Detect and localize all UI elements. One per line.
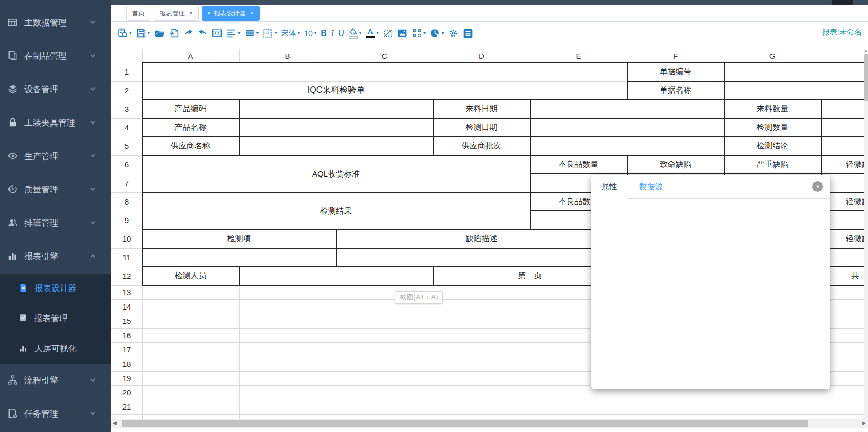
- row-header[interactable]: 6: [111, 155, 142, 174]
- cell-supplier-name[interactable]: 供应商名称: [142, 137, 239, 155]
- sidebar-item-scheduling[interactable]: 排班管理: [0, 207, 111, 240]
- cell-page-total[interactable]: 共 页: [851, 267, 864, 285]
- column-header-B[interactable]: B: [239, 49, 336, 63]
- row-header[interactable]: 13: [111, 285, 142, 299]
- align-button[interactable]: ▾: [224, 25, 243, 42]
- horizontal-scrollbar-thumb[interactable]: [122, 420, 808, 427]
- row-header[interactable]: 21: [111, 400, 142, 414]
- save-button[interactable]: ▾: [134, 25, 153, 42]
- row-header[interactable]: 17: [111, 342, 142, 357]
- fill-color-button[interactable]: ▾: [347, 25, 364, 42]
- tab-properties[interactable]: 属性: [591, 175, 627, 199]
- cell-minor-defect-3[interactable]: 轻微缺陷: [846, 230, 864, 248]
- column-header-G[interactable]: G: [724, 49, 821, 63]
- insert-chart-button[interactable]: ▾: [428, 25, 446, 42]
- cell-supplier-batch[interactable]: 供应商批次: [433, 137, 530, 155]
- bold-button[interactable]: B: [318, 25, 329, 42]
- cell-aql-standard[interactable]: AQL收货标准: [142, 155, 530, 192]
- sidebar-item-wip[interactable]: 在制品管理: [0, 40, 111, 73]
- row-header[interactable]: 16: [111, 328, 142, 342]
- column-header-C[interactable]: C: [336, 49, 433, 63]
- row-header[interactable]: 18: [111, 357, 142, 371]
- toggle-panel-button[interactable]: [460, 25, 475, 42]
- row-header[interactable]: 4: [111, 118, 142, 137]
- sidebar-item-report-engine[interactable]: 报表引擎: [0, 240, 111, 274]
- row-header[interactable]: 5: [111, 137, 142, 155]
- underline-button[interactable]: U: [336, 25, 347, 42]
- preview-button[interactable]: ▾: [116, 25, 134, 42]
- row-header[interactable]: 15: [111, 314, 142, 328]
- cell-product-code[interactable]: 产品编码: [142, 100, 239, 118]
- cell-doc-no[interactable]: 单据编号: [627, 63, 724, 81]
- scroll-up-arrow[interactable]: ▲: [864, 49, 868, 54]
- row-header[interactable]: 9: [111, 211, 142, 230]
- font-color-button[interactable]: A▾: [364, 25, 381, 42]
- cell-test-qty[interactable]: 检测数量: [724, 118, 821, 137]
- insert-qrcode-button[interactable]: ▾: [410, 25, 428, 42]
- column-header-D[interactable]: D: [433, 49, 530, 63]
- scroll-right-arrow[interactable]: ▶: [862, 420, 866, 426]
- sidebar-item-bigscreen[interactable]: 大屏可视化: [0, 334, 111, 364]
- cell-test-item[interactable]: 检测项: [142, 230, 336, 248]
- close-icon[interactable]: ×: [250, 10, 254, 17]
- row-header[interactable]: 1: [111, 63, 142, 81]
- cell-product-name[interactable]: 产品名称: [142, 118, 239, 137]
- cell-defect-qty[interactable]: 不良品数量: [530, 155, 627, 174]
- row-header[interactable]: 2: [111, 81, 142, 100]
- cell-arrival-qty[interactable]: 来料数量: [724, 100, 821, 118]
- cell-test-conclusion[interactable]: 检测结论: [724, 137, 821, 155]
- tab-home[interactable]: 首页: [126, 6, 150, 21]
- sidebar-item-equipment[interactable]: 设备管理: [0, 73, 111, 107]
- row-header[interactable]: 14: [111, 299, 142, 314]
- row-header[interactable]: 3: [111, 100, 142, 118]
- column-header-F[interactable]: F: [627, 49, 724, 63]
- column-header-E[interactable]: E: [530, 49, 627, 63]
- import-button[interactable]: [167, 25, 181, 42]
- redo-button[interactable]: [181, 25, 196, 42]
- merge-cells-button[interactable]: [210, 25, 224, 42]
- font-size-select[interactable]: 10▾: [302, 25, 318, 42]
- sidebar-item-report-management[interactable]: 报表管理: [0, 304, 111, 334]
- cell-test-result[interactable]: 检测结果: [142, 192, 530, 230]
- collapse-panel-button[interactable]: ▼: [812, 181, 823, 192]
- font-family-select[interactable]: 宋体▾: [279, 25, 303, 42]
- row-header[interactable]: 20: [111, 385, 142, 400]
- row-header[interactable]: 11: [111, 248, 142, 267]
- settings-button[interactable]: [446, 25, 460, 42]
- cell-inspector[interactable]: 检测人员: [142, 267, 239, 285]
- clear-format-button[interactable]: [381, 25, 395, 42]
- sidebar-item-report-designer[interactable]: 报表设计器: [0, 274, 111, 304]
- cell-severe-defect[interactable]: 严重缺陷: [724, 155, 821, 174]
- row-header[interactable]: 10: [111, 230, 142, 248]
- borders-button[interactable]: ▾: [261, 25, 279, 42]
- cell-fatal-defect[interactable]: 致命缺陷: [627, 155, 724, 174]
- cell-defect-desc[interactable]: 缺陷描述: [336, 230, 627, 248]
- scroll-left-arrow[interactable]: ◀: [113, 420, 117, 426]
- open-button[interactable]: [152, 25, 167, 42]
- sidebar-item-flow-engine[interactable]: 流程引擎: [0, 364, 111, 398]
- tab-report-management[interactable]: 报表管理×: [154, 6, 199, 21]
- line-style-button[interactable]: ▾: [243, 25, 261, 42]
- column-header-A[interactable]: A: [142, 49, 239, 63]
- row-header[interactable]: 12: [111, 267, 142, 285]
- tab-datasource[interactable]: 数据源: [639, 175, 663, 198]
- cell-doc-name[interactable]: 单据名称: [627, 81, 724, 100]
- cell-minor-defect[interactable]: 轻微缺陷: [846, 155, 864, 174]
- insert-image-button[interactable]: [395, 25, 410, 42]
- horizontal-scrollbar[interactable]: ◀ ▶: [111, 419, 868, 428]
- sidebar-item-quality[interactable]: 质量管理: [0, 173, 111, 207]
- tab-report-designer[interactable]: ●报表设计器×: [202, 6, 260, 21]
- row-header[interactable]: 19: [111, 371, 142, 385]
- cell-arrival-date[interactable]: 来料日期: [433, 100, 530, 118]
- row-header[interactable]: 8: [111, 192, 142, 211]
- vertical-scrollbar-thumb[interactable]: [864, 54, 868, 101]
- vertical-scrollbar[interactable]: ▲: [864, 49, 868, 419]
- row-header[interactable]: 22: [111, 414, 142, 419]
- undo-button[interactable]: [196, 25, 210, 42]
- cell-test-date[interactable]: 检测日期: [433, 118, 530, 137]
- sidebar-item-production[interactable]: 生产管理: [0, 140, 111, 173]
- sidebar-item-fixtures[interactable]: 工装夹具管理: [0, 107, 111, 140]
- sidebar-item-master-data[interactable]: 主数据管理: [0, 6, 111, 40]
- row-header[interactable]: 7: [111, 174, 142, 192]
- cell-title[interactable]: IQC来料检验单: [142, 81, 530, 100]
